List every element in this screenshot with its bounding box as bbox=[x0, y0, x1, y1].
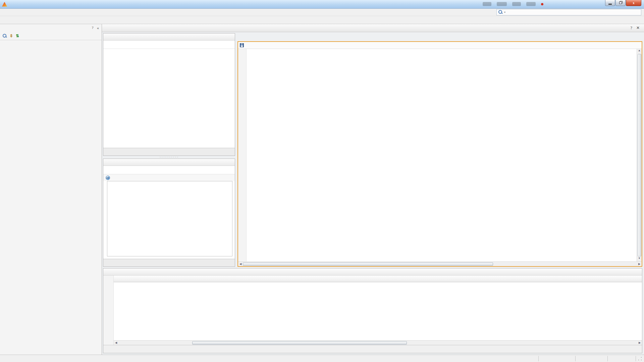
source-file-properties-panel: ve bbox=[103, 159, 235, 267]
code-editor: ▲ ▼ ◀ ▶ bbox=[237, 33, 642, 267]
workspace-header: ? ✕ bbox=[102, 24, 644, 32]
save-icon[interactable] bbox=[240, 43, 244, 47]
overlay-chip bbox=[497, 2, 507, 6]
menu-bar: ▾ bbox=[0, 9, 644, 16]
close-icon[interactable]: ✕ bbox=[636, 25, 640, 31]
scrollbar-thumb[interactable] bbox=[638, 54, 641, 256]
expand-all-icon[interactable]: ⇳ bbox=[10, 34, 13, 39]
flow-navigator-panel: ? « ⇳ ⇅ bbox=[0, 24, 102, 355]
quick-access-input[interactable] bbox=[507, 10, 639, 15]
overlay-chip bbox=[483, 2, 491, 6]
sources-panel bbox=[103, 33, 235, 156]
overlay-chip bbox=[526, 2, 536, 6]
scrollbar-thumb[interactable] bbox=[192, 341, 407, 345]
help-icon[interactable]: ? bbox=[92, 25, 94, 31]
chevron-down-icon: ▾ bbox=[504, 11, 505, 14]
file-language bbox=[607, 356, 636, 361]
code-area[interactable] bbox=[259, 49, 637, 261]
status-bar bbox=[0, 355, 644, 362]
quick-access-box[interactable]: ▾ bbox=[496, 9, 641, 15]
scrollbar-thumb[interactable] bbox=[243, 262, 493, 266]
restore-window-button[interactable] bbox=[615, 0, 626, 6]
overlay-record-dot bbox=[541, 3, 543, 5]
title-bar: x bbox=[0, 0, 644, 9]
overlay-chip bbox=[512, 2, 521, 6]
line-number-gutter bbox=[247, 49, 259, 261]
resize-grip[interactable] bbox=[638, 356, 642, 361]
properties-form bbox=[107, 181, 232, 256]
design-runs-horizontal-scrollbar[interactable]: ◀ ▶ bbox=[114, 340, 642, 345]
editor-horizontal-scrollbar[interactable]: ◀ ▶ bbox=[238, 261, 642, 266]
cursor-position bbox=[538, 356, 575, 361]
insert-mode bbox=[575, 356, 607, 361]
verilog-file-icon: ve bbox=[106, 176, 110, 180]
search-icon bbox=[498, 10, 503, 14]
collapse-all-icon[interactable]: ⇅ bbox=[16, 34, 19, 39]
vivado-logo-icon bbox=[2, 2, 7, 7]
main-toolbar bbox=[0, 16, 644, 24]
splitter-handle[interactable]: ·········· bbox=[103, 156, 235, 159]
search-icon[interactable] bbox=[3, 34, 7, 38]
collapse-panel-icon[interactable]: « bbox=[97, 25, 99, 31]
help-icon[interactable]: ? bbox=[631, 25, 632, 31]
overlay-artifacts bbox=[483, 2, 543, 6]
minimize-window-button[interactable] bbox=[605, 0, 615, 6]
design-runs-panel: ◀ ▶ bbox=[103, 268, 642, 353]
editor-vertical-scrollbar[interactable]: ▲ ▼ bbox=[637, 49, 642, 261]
close-window-button[interactable]: x bbox=[626, 0, 641, 6]
